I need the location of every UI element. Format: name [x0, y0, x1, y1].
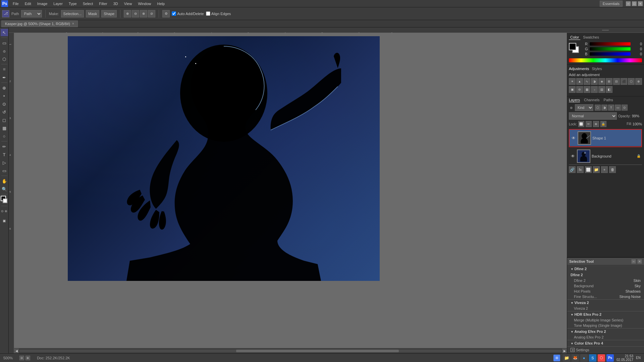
path-icon-2[interactable]: ⊖	[132, 10, 139, 17]
bg-color[interactable]	[3, 198, 7, 203]
new-layer-btn[interactable]: +	[601, 166, 608, 173]
tool-zoom[interactable]: 🔍	[1, 185, 8, 193]
tool-brush[interactable]: ⁍	[1, 92, 8, 100]
tool-pen[interactable]: ✏	[1, 143, 8, 150]
opacity-value[interactable]: 99%	[632, 114, 642, 118]
fg-bg-colors[interactable]	[1, 196, 8, 204]
new-group-btn[interactable]: 📁	[593, 166, 600, 173]
lock-transparent[interactable]: ⬜	[578, 121, 584, 127]
menu-image[interactable]: Image	[35, 1, 50, 6]
mode-quick[interactable]: ⊚	[4, 207, 8, 215]
menu-3d[interactable]: 3D	[111, 1, 121, 6]
plugin-section-analog[interactable]: Analog Efex Pro 2	[567, 328, 644, 335]
taskbar-firefox[interactable]: 🦊	[572, 354, 579, 362]
tool-crop[interactable]: ⌗	[1, 66, 8, 73]
layer-background[interactable]: 👁 Background 🔒	[569, 148, 642, 165]
menu-file[interactable]: File	[10, 1, 21, 6]
fx-btn[interactable]: fx	[577, 166, 584, 173]
layer-filter-dropdown[interactable]: Kind Name Effect Mode	[575, 104, 593, 111]
taskbar-chrome[interactable]: ●	[580, 354, 588, 362]
align-edges-label[interactable]: Align Edges	[206, 11, 231, 16]
filter-toggle[interactable]: ⊛	[569, 105, 574, 110]
scroll-right[interactable]: ▶	[562, 349, 567, 353]
adj-color-balance[interactable]: ⊟	[613, 78, 620, 85]
plugin-close-btn[interactable]: ×	[637, 259, 642, 264]
lock-image[interactable]: ✏	[586, 121, 592, 127]
taskbar-explorer[interactable]: 📁	[563, 354, 570, 362]
path-icon-4[interactable]: ⊘	[148, 10, 155, 17]
adj-channel-mixer[interactable]: ⊕	[635, 78, 642, 85]
panel-collapse-handle[interactable]	[567, 27, 644, 33]
layers-tab-channels[interactable]: Channels	[584, 98, 599, 102]
plugin-section-dfine[interactable]: Dfine 2	[567, 265, 644, 272]
adj-levels[interactable]: ▲	[576, 78, 583, 85]
layer-bg-visibility[interactable]: 👁	[570, 154, 576, 159]
adj-selective-color[interactable]: ◧	[606, 86, 612, 93]
adj-hsl[interactable]: ⊞	[606, 78, 612, 85]
tool-select[interactable]: ↖	[1, 29, 8, 36]
menu-type[interactable]: Type	[66, 1, 79, 6]
menu-view[interactable]: View	[121, 1, 135, 6]
menu-filter[interactable]: Filter	[96, 1, 110, 6]
delete-layer-btn[interactable]: 🗑	[609, 166, 616, 173]
tool-marquee[interactable]: ▭	[1, 39, 8, 47]
layers-tab-paths[interactable]: Paths	[604, 98, 613, 102]
auto-add-delete-label[interactable]: Auto Add/Delete	[172, 11, 204, 16]
menu-window[interactable]: Window	[135, 1, 154, 6]
adj-gradient-map[interactable]: ▤	[598, 86, 605, 93]
h-scrollbar-track[interactable]	[19, 350, 561, 352]
link-layers-btn[interactable]: 🔗	[569, 166, 576, 173]
menu-select[interactable]: Select	[80, 1, 96, 6]
swatches-tab[interactable]: Swatches	[582, 35, 600, 40]
filter-pixel-icon[interactable]: ⬡	[595, 105, 601, 111]
start-btn[interactable]: ⊞	[553, 355, 560, 361]
fg-swatch[interactable]	[569, 43, 576, 50]
adj-invert[interactable]: ⊖	[576, 86, 583, 93]
tool-path-select[interactable]: ▷	[1, 159, 8, 166]
document-tab[interactable]: Kasper.jpg @ 500% (Shape 1, RGB/8#) ×	[1, 20, 78, 27]
maximize-btn[interactable]: □	[632, 1, 637, 6]
adj-threshold[interactable]: ⬦	[591, 86, 598, 93]
plugin-section-hdr[interactable]: HDR Efex Pro 2	[567, 311, 644, 317]
adj-color-lookup[interactable]: ▣	[569, 86, 576, 93]
add-mask-btn[interactable]: ⬜	[585, 166, 592, 173]
filter-smart-icon[interactable]: ⊙	[622, 105, 628, 111]
tool-hand[interactable]: ✋	[1, 177, 8, 185]
shape-btn[interactable]: Shape	[101, 10, 117, 17]
tool-dodge[interactable]: ○	[1, 132, 8, 140]
mask-btn[interactable]: Mask	[86, 10, 99, 17]
zoom-in-btn[interactable]: ⊕	[25, 356, 30, 360]
layers-tab-layers[interactable]: Layers	[569, 98, 580, 102]
path-icon-1[interactable]: ⊕	[124, 10, 131, 17]
tool-healing[interactable]: ⊕	[1, 84, 8, 92]
h-scrollbar-thumb[interactable]	[236, 350, 399, 352]
blend-mode-dropdown[interactable]: Normal Multiply Screen Overlay	[569, 112, 617, 120]
tool-eraser[interactable]: ◻	[1, 116, 8, 124]
tool-shape[interactable]: ▭	[1, 167, 8, 174]
fill-value[interactable]: 100%	[633, 122, 642, 126]
filter-text-icon[interactable]: T	[608, 105, 614, 111]
menu-layer[interactable]: Layer	[51, 1, 65, 6]
lock-position[interactable]: ⊕	[593, 121, 599, 127]
plugin-settings-row[interactable]: ⚙ Settings	[567, 346, 644, 353]
tool-clone[interactable]: ⊙	[1, 100, 8, 108]
r-slider[interactable]	[590, 42, 631, 46]
tool-eyedropper[interactable]: ✒	[1, 74, 8, 81]
adj-tab-styles[interactable]: Styles	[592, 67, 602, 71]
layer-shape1-visibility[interactable]: 👁	[571, 135, 576, 141]
adj-brightness[interactable]: ☀	[569, 78, 576, 85]
filter-shape-icon[interactable]: ▭	[615, 105, 621, 111]
adj-vibrance[interactable]: ◈	[598, 78, 605, 85]
taskbar-time[interactable]: 21:53 02.05.2017	[616, 354, 633, 362]
layer-shape1[interactable]: 👁 Shape 1	[570, 130, 641, 146]
taskbar-language[interactable]: EN	[636, 356, 641, 360]
tool-lasso[interactable]: ⌾	[1, 47, 8, 55]
adj-tab-adjustments[interactable]: Adjustments	[569, 67, 589, 71]
zoom-out-btn[interactable]: ⊖	[19, 356, 24, 360]
taskbar-photoshop[interactable]: Ps	[606, 354, 614, 362]
path-icon-3[interactable]: ⊗	[140, 10, 147, 17]
adj-bw[interactable]: ⬛	[621, 78, 627, 85]
b-slider[interactable]	[590, 52, 631, 56]
filter-adj-icon[interactable]: ◑	[601, 105, 607, 111]
tab-close-btn[interactable]: ×	[72, 22, 74, 25]
